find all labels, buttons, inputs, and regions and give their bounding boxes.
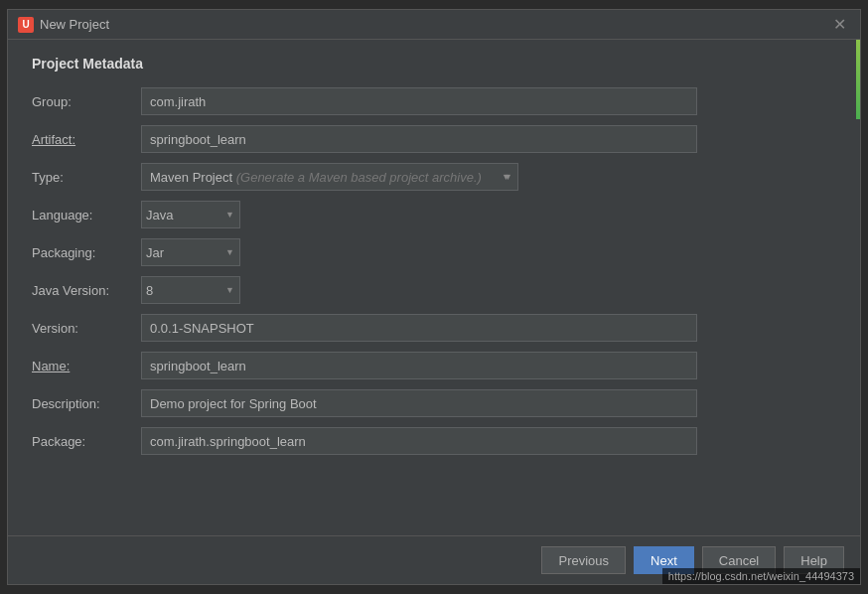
description-label: Description:	[32, 396, 141, 411]
dialog-content: Project Metadata Group: Artifact: Type: …	[8, 40, 860, 535]
group-row: Group:	[32, 87, 836, 115]
java-version-select[interactable]: 8 11 17	[141, 276, 240, 304]
package-row: Package:	[32, 427, 836, 455]
packaging-row: Packaging: Jar War	[32, 238, 836, 266]
type-display[interactable]: Maven Project (Generate a Maven based pr…	[141, 163, 518, 191]
type-row: Type: Maven Project (Generate a Maven ba…	[32, 163, 836, 191]
name-label: Name:	[32, 359, 141, 373]
type-hint: (Generate a Maven based project archive.…	[236, 170, 482, 185]
description-row: Description:	[32, 389, 836, 417]
group-input[interactable]	[141, 87, 697, 115]
version-input[interactable]	[141, 314, 697, 342]
language-row: Language: Java Kotlin Groovy	[32, 201, 836, 228]
new-project-dialog: U New Project ✕ Project Metadata Group: …	[7, 9, 861, 585]
version-row: Version:	[32, 314, 836, 342]
green-accent-bar	[856, 40, 860, 119]
previous-button[interactable]: Previous	[541, 546, 626, 574]
description-input[interactable]	[141, 389, 697, 417]
name-row: Name:	[32, 352, 836, 379]
packaging-select-wrapper: Jar War	[141, 238, 240, 266]
type-value: Maven Project	[150, 170, 232, 185]
title-bar-left: U New Project	[18, 17, 109, 33]
java-version-select-wrapper: 8 11 17	[141, 276, 240, 304]
type-select-wrapper[interactable]: Maven Project (Generate a Maven based pr…	[141, 163, 518, 191]
version-label: Version:	[32, 321, 141, 336]
section-title: Project Metadata	[32, 56, 836, 72]
language-select-wrapper: Java Kotlin Groovy	[141, 201, 240, 228]
type-label: Type:	[32, 170, 141, 185]
packaging-label: Packaging:	[32, 245, 141, 260]
package-label: Package:	[32, 434, 141, 449]
dialog-title: New Project	[40, 17, 109, 32]
java-version-row: Java Version: 8 11 17	[32, 276, 836, 304]
group-label: Group:	[32, 94, 141, 109]
app-icon: U	[18, 17, 34, 33]
artifact-row: Artifact:	[32, 125, 836, 153]
title-bar: U New Project ✕	[8, 10, 860, 40]
language-select[interactable]: Java Kotlin Groovy	[141, 201, 240, 228]
language-label: Language:	[32, 208, 141, 223]
type-dropdown-arrow: ▼	[502, 172, 510, 182]
java-version-label: Java Version:	[32, 283, 141, 298]
name-input[interactable]	[141, 352, 697, 379]
watermark: https://blog.csdn.net/weixin_44494373	[662, 568, 860, 584]
artifact-input[interactable]	[141, 125, 697, 153]
package-input[interactable]	[141, 427, 697, 455]
close-button[interactable]: ✕	[829, 17, 850, 33]
artifact-label: Artifact:	[32, 132, 141, 147]
packaging-select[interactable]: Jar War	[141, 238, 240, 266]
